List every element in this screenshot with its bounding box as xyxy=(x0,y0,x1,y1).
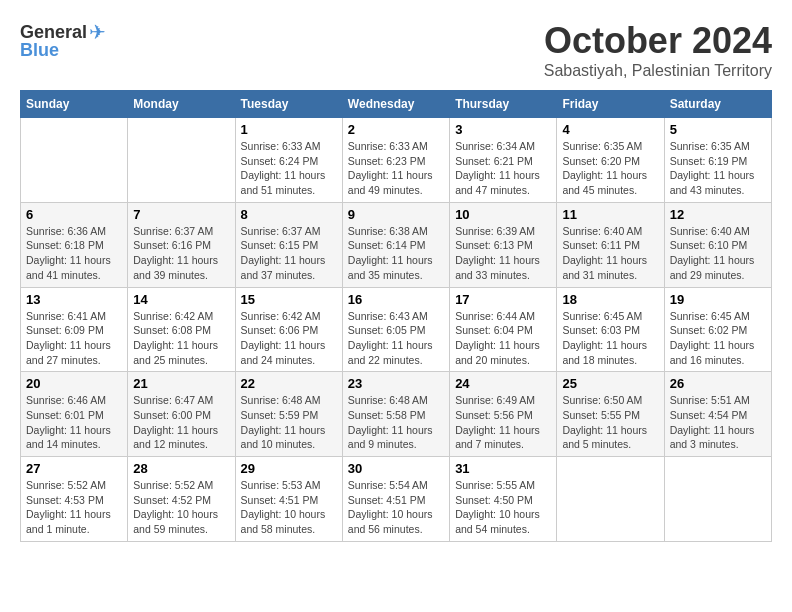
calendar-cell: 7Sunrise: 6:37 AM Sunset: 6:16 PM Daylig… xyxy=(128,202,235,287)
day-info: Sunrise: 5:55 AM Sunset: 4:50 PM Dayligh… xyxy=(455,478,551,537)
week-row-5: 27Sunrise: 5:52 AM Sunset: 4:53 PM Dayli… xyxy=(21,457,772,542)
day-info: Sunrise: 6:33 AM Sunset: 6:23 PM Dayligh… xyxy=(348,139,444,198)
calendar-cell xyxy=(21,118,128,203)
weekday-header-row: SundayMondayTuesdayWednesdayThursdayFrid… xyxy=(21,91,772,118)
day-info: Sunrise: 6:48 AM Sunset: 5:59 PM Dayligh… xyxy=(241,393,337,452)
weekday-header-tuesday: Tuesday xyxy=(235,91,342,118)
calendar-cell: 28Sunrise: 5:52 AM Sunset: 4:52 PM Dayli… xyxy=(128,457,235,542)
day-info: Sunrise: 6:45 AM Sunset: 6:03 PM Dayligh… xyxy=(562,309,658,368)
day-number: 23 xyxy=(348,376,444,391)
day-number: 29 xyxy=(241,461,337,476)
calendar-cell: 8Sunrise: 6:37 AM Sunset: 6:15 PM Daylig… xyxy=(235,202,342,287)
calendar-cell: 14Sunrise: 6:42 AM Sunset: 6:08 PM Dayli… xyxy=(128,287,235,372)
day-number: 8 xyxy=(241,207,337,222)
calendar-cell: 21Sunrise: 6:47 AM Sunset: 6:00 PM Dayli… xyxy=(128,372,235,457)
calendar-cell: 11Sunrise: 6:40 AM Sunset: 6:11 PM Dayli… xyxy=(557,202,664,287)
day-info: Sunrise: 5:52 AM Sunset: 4:53 PM Dayligh… xyxy=(26,478,122,537)
calendar-cell: 22Sunrise: 6:48 AM Sunset: 5:59 PM Dayli… xyxy=(235,372,342,457)
day-number: 31 xyxy=(455,461,551,476)
day-number: 10 xyxy=(455,207,551,222)
month-year-title: October 2024 xyxy=(544,20,772,62)
day-info: Sunrise: 6:42 AM Sunset: 6:06 PM Dayligh… xyxy=(241,309,337,368)
day-number: 18 xyxy=(562,292,658,307)
calendar-cell: 5Sunrise: 6:35 AM Sunset: 6:19 PM Daylig… xyxy=(664,118,771,203)
day-number: 16 xyxy=(348,292,444,307)
day-info: Sunrise: 6:34 AM Sunset: 6:21 PM Dayligh… xyxy=(455,139,551,198)
calendar-cell: 6Sunrise: 6:36 AM Sunset: 6:18 PM Daylig… xyxy=(21,202,128,287)
week-row-3: 13Sunrise: 6:41 AM Sunset: 6:09 PM Dayli… xyxy=(21,287,772,372)
day-info: Sunrise: 5:54 AM Sunset: 4:51 PM Dayligh… xyxy=(348,478,444,537)
day-number: 25 xyxy=(562,376,658,391)
day-info: Sunrise: 6:46 AM Sunset: 6:01 PM Dayligh… xyxy=(26,393,122,452)
day-number: 7 xyxy=(133,207,229,222)
day-info: Sunrise: 5:51 AM Sunset: 4:54 PM Dayligh… xyxy=(670,393,766,452)
calendar-cell: 15Sunrise: 6:42 AM Sunset: 6:06 PM Dayli… xyxy=(235,287,342,372)
day-number: 5 xyxy=(670,122,766,137)
day-info: Sunrise: 5:53 AM Sunset: 4:51 PM Dayligh… xyxy=(241,478,337,537)
calendar-cell xyxy=(128,118,235,203)
day-number: 13 xyxy=(26,292,122,307)
calendar-cell: 1Sunrise: 6:33 AM Sunset: 6:24 PM Daylig… xyxy=(235,118,342,203)
day-number: 11 xyxy=(562,207,658,222)
weekday-header-wednesday: Wednesday xyxy=(342,91,449,118)
day-number: 1 xyxy=(241,122,337,137)
day-info: Sunrise: 6:37 AM Sunset: 6:16 PM Dayligh… xyxy=(133,224,229,283)
day-info: Sunrise: 6:49 AM Sunset: 5:56 PM Dayligh… xyxy=(455,393,551,452)
day-info: Sunrise: 6:33 AM Sunset: 6:24 PM Dayligh… xyxy=(241,139,337,198)
week-row-1: 1Sunrise: 6:33 AM Sunset: 6:24 PM Daylig… xyxy=(21,118,772,203)
calendar-cell: 2Sunrise: 6:33 AM Sunset: 6:23 PM Daylig… xyxy=(342,118,449,203)
calendar-cell: 18Sunrise: 6:45 AM Sunset: 6:03 PM Dayli… xyxy=(557,287,664,372)
calendar-cell: 27Sunrise: 5:52 AM Sunset: 4:53 PM Dayli… xyxy=(21,457,128,542)
logo-text-blue: Blue xyxy=(20,40,59,61)
day-number: 17 xyxy=(455,292,551,307)
day-number: 3 xyxy=(455,122,551,137)
day-number: 28 xyxy=(133,461,229,476)
day-number: 24 xyxy=(455,376,551,391)
logo-bird-icon: ✈ xyxy=(89,20,106,44)
calendar-cell xyxy=(664,457,771,542)
weekday-header-saturday: Saturday xyxy=(664,91,771,118)
calendar-table: SundayMondayTuesdayWednesdayThursdayFrid… xyxy=(20,90,772,542)
day-number: 2 xyxy=(348,122,444,137)
weekday-header-monday: Monday xyxy=(128,91,235,118)
calendar-cell: 31Sunrise: 5:55 AM Sunset: 4:50 PM Dayli… xyxy=(450,457,557,542)
calendar-cell: 24Sunrise: 6:49 AM Sunset: 5:56 PM Dayli… xyxy=(450,372,557,457)
day-number: 9 xyxy=(348,207,444,222)
calendar-cell: 25Sunrise: 6:50 AM Sunset: 5:55 PM Dayli… xyxy=(557,372,664,457)
day-info: Sunrise: 6:44 AM Sunset: 6:04 PM Dayligh… xyxy=(455,309,551,368)
day-number: 26 xyxy=(670,376,766,391)
calendar-cell: 16Sunrise: 6:43 AM Sunset: 6:05 PM Dayli… xyxy=(342,287,449,372)
logo: General ✈ Blue xyxy=(20,20,106,61)
day-number: 15 xyxy=(241,292,337,307)
day-info: Sunrise: 6:45 AM Sunset: 6:02 PM Dayligh… xyxy=(670,309,766,368)
header: General ✈ Blue October 2024 Sabastiyah, … xyxy=(20,20,772,80)
day-info: Sunrise: 6:35 AM Sunset: 6:19 PM Dayligh… xyxy=(670,139,766,198)
calendar-cell: 29Sunrise: 5:53 AM Sunset: 4:51 PM Dayli… xyxy=(235,457,342,542)
day-number: 4 xyxy=(562,122,658,137)
day-info: Sunrise: 6:38 AM Sunset: 6:14 PM Dayligh… xyxy=(348,224,444,283)
day-number: 21 xyxy=(133,376,229,391)
day-number: 30 xyxy=(348,461,444,476)
week-row-2: 6Sunrise: 6:36 AM Sunset: 6:18 PM Daylig… xyxy=(21,202,772,287)
calendar-cell: 19Sunrise: 6:45 AM Sunset: 6:02 PM Dayli… xyxy=(664,287,771,372)
day-info: Sunrise: 6:47 AM Sunset: 6:00 PM Dayligh… xyxy=(133,393,229,452)
calendar-cell: 3Sunrise: 6:34 AM Sunset: 6:21 PM Daylig… xyxy=(450,118,557,203)
day-info: Sunrise: 6:50 AM Sunset: 5:55 PM Dayligh… xyxy=(562,393,658,452)
day-info: Sunrise: 6:37 AM Sunset: 6:15 PM Dayligh… xyxy=(241,224,337,283)
location-subtitle: Sabastiyah, Palestinian Territory xyxy=(544,62,772,80)
day-number: 12 xyxy=(670,207,766,222)
day-number: 14 xyxy=(133,292,229,307)
calendar-cell: 12Sunrise: 6:40 AM Sunset: 6:10 PM Dayli… xyxy=(664,202,771,287)
weekday-header-sunday: Sunday xyxy=(21,91,128,118)
day-info: Sunrise: 6:48 AM Sunset: 5:58 PM Dayligh… xyxy=(348,393,444,452)
day-info: Sunrise: 6:36 AM Sunset: 6:18 PM Dayligh… xyxy=(26,224,122,283)
calendar-cell: 17Sunrise: 6:44 AM Sunset: 6:04 PM Dayli… xyxy=(450,287,557,372)
day-info: Sunrise: 6:40 AM Sunset: 6:11 PM Dayligh… xyxy=(562,224,658,283)
day-info: Sunrise: 6:42 AM Sunset: 6:08 PM Dayligh… xyxy=(133,309,229,368)
day-number: 6 xyxy=(26,207,122,222)
calendar-cell: 30Sunrise: 5:54 AM Sunset: 4:51 PM Dayli… xyxy=(342,457,449,542)
day-info: Sunrise: 6:41 AM Sunset: 6:09 PM Dayligh… xyxy=(26,309,122,368)
day-info: Sunrise: 6:39 AM Sunset: 6:13 PM Dayligh… xyxy=(455,224,551,283)
day-number: 20 xyxy=(26,376,122,391)
day-number: 19 xyxy=(670,292,766,307)
